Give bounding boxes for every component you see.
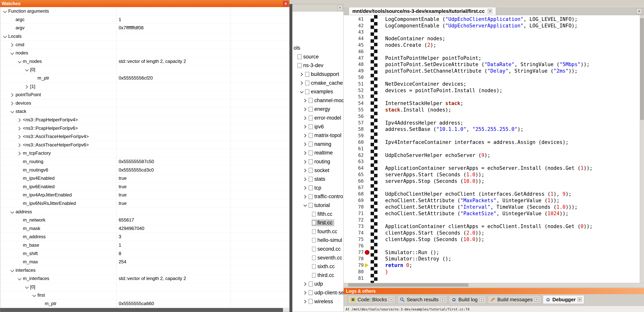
scrollbar-thumb[interactable] [640, 18, 644, 120]
tree-item[interactable]: socket [292, 166, 344, 175]
breakpoint-margin[interactable] [366, 81, 371, 87]
tree-item[interactable]: ns-3-dev [292, 61, 344, 70]
watch-row[interactable]: <ns3::AsciiTraceHelperForIpv4> [0, 133, 289, 141]
breakpoint-margin[interactable] [366, 113, 371, 120]
chevron-down-icon[interactable] [10, 210, 16, 214]
chevron-right-icon[interactable] [24, 84, 30, 89]
tree-item[interactable]: realtime [292, 149, 344, 157]
breakpoint-margin[interactable] [366, 210, 371, 217]
watch-row[interactable]: m_routingv60x5555555cd3c0 [0, 166, 289, 174]
chevron-right-icon[interactable] [303, 177, 308, 181]
close-tab-icon[interactable]: × [440, 298, 445, 302]
tree-item[interactable]: udp-client-ser [292, 289, 344, 297]
watch-row[interactable]: [1] [0, 82, 289, 91]
breakpoint-margin[interactable] [366, 152, 371, 158]
breakpoint-margin[interactable] [366, 236, 371, 243]
tree-item[interactable]: tcp [292, 184, 344, 192]
logs-tab-code-blocks[interactable]: Code::Blocks× [348, 295, 396, 304]
breakpoint-icon[interactable] [365, 250, 370, 255]
watch-row[interactable]: nodes [0, 49, 289, 57]
chevron-right-icon[interactable] [303, 186, 308, 190]
breakpoint-margin[interactable] [366, 255, 371, 262]
logs-tab-debugger[interactable]: Debugger× [543, 295, 584, 304]
chevron-down-icon[interactable] [17, 59, 23, 63]
breakpoint-margin[interactable] [366, 165, 371, 171]
tree-item[interactable]: wireless [292, 297, 344, 306]
chevron-right-icon[interactable] [303, 98, 308, 103]
watch-row[interactable]: m_nodesstd::vector of length 2, capacity… [0, 57, 289, 66]
chevron-right-icon[interactable] [303, 160, 308, 164]
chevron-right-icon[interactable] [10, 101, 16, 105]
chevron-down-icon[interactable] [10, 268, 16, 272]
breakpoint-margin[interactable] [366, 146, 371, 152]
projects-vertical-scrollbar[interactable] [290, 4, 292, 312]
chevron-right-icon[interactable] [17, 143, 23, 147]
chevron-down-icon[interactable] [10, 51, 16, 55]
chevron-right-icon[interactable] [303, 168, 308, 172]
breakpoint-margin[interactable] [366, 35, 371, 42]
tree-item[interactable]: traffic-contro [292, 192, 344, 201]
chevron-right-icon[interactable] [17, 118, 23, 122]
tree-item[interactable]: energy [292, 105, 344, 114]
watch-row[interactable]: <ns3::AsciiTraceHelperForIpv6> [0, 141, 289, 149]
watch-row[interactable]: <ns3::PcapHelperForIpv4> [0, 116, 289, 124]
watch-row[interactable]: m_ptr0x55555556cf20 [0, 74, 289, 82]
chevron-right-icon[interactable] [303, 116, 308, 120]
tree-item[interactable]: tutorial [292, 201, 344, 210]
close-tab-icon[interactable]: × [578, 298, 582, 302]
breakpoint-margin[interactable] [366, 171, 371, 178]
breakpoint-margin[interactable] [366, 217, 371, 223]
chevron-right-icon[interactable] [303, 291, 308, 295]
code-editor[interactable]: 41LogComponentEnable ("UdpEchoClientAppl… [344, 15, 640, 283]
breakpoint-margin[interactable] [366, 158, 371, 165]
breakpoint-margin[interactable] [366, 133, 371, 139]
chevron-right-icon[interactable] [10, 93, 16, 97]
watch-row[interactable]: m_ipv4ArpJitterEnabledtrue [0, 191, 289, 199]
breakpoint-margin[interactable] [366, 191, 371, 197]
watch-row[interactable]: m_ptr0x5555555ca660 [0, 300, 289, 308]
tree-item[interactable]: examples [292, 87, 344, 96]
tree-item[interactable]: fifth.cc [292, 210, 344, 218]
chevron-down-icon[interactable] [24, 67, 30, 72]
logs-tab-build-log[interactable]: Build log× [449, 295, 486, 304]
watch-row[interactable]: Function arguments [0, 7, 289, 15]
breakpoint-margin[interactable] [366, 107, 371, 113]
logs-tab-build-messages[interactable]: Build messages× [488, 295, 541, 304]
tree-item[interactable]: second.cc [292, 245, 344, 254]
breakpoint-margin[interactable] [366, 16, 371, 22]
watch-row[interactable]: argc1 [0, 15, 289, 24]
breakpoint-margin[interactable] [366, 48, 371, 55]
close-icon[interactable]: × [283, 1, 288, 6]
breakpoint-margin[interactable] [366, 249, 371, 256]
breakpoint-margin[interactable] [366, 230, 371, 236]
chevron-right-icon[interactable] [303, 299, 308, 304]
breakpoint-margin[interactable] [366, 29, 371, 35]
breakpoint-margin[interactable] [366, 275, 371, 282]
chevron-right-icon[interactable] [303, 133, 308, 138]
breakpoint-margin[interactable] [366, 184, 371, 191]
breakpoint-margin[interactable] [366, 61, 371, 68]
watch-row[interactable]: m_max254 [0, 258, 289, 266]
chevron-right-icon[interactable] [303, 107, 308, 111]
watch-row[interactable]: m_network655617 [0, 216, 289, 224]
watch-row[interactable]: first [0, 291, 289, 300]
watch-row[interactable]: [0] [0, 66, 289, 74]
chevron-right-icon[interactable] [303, 194, 308, 199]
chevron-down-icon[interactable] [2, 9, 8, 13]
breakpoint-margin[interactable] [366, 55, 371, 61]
watches-horizontal-scrollbar[interactable] [0, 308, 289, 312]
watch-row[interactable]: devices [0, 99, 289, 108]
breakpoint-margin[interactable] [366, 269, 371, 275]
breakpoint-margin[interactable] [366, 223, 371, 230]
watch-row[interactable]: m_tcpFactory [0, 149, 289, 157]
tree-item[interactable]: source [292, 52, 344, 61]
watch-row[interactable]: m_ipv4Enabledtrue [0, 174, 289, 183]
scrollbar-thumb[interactable] [348, 284, 468, 287]
tree-item[interactable]: cmake_cache [292, 79, 344, 87]
editor-tab-first-cc[interactable]: mnt/dev/tools/source/ns-3-dev/examples/t… [349, 7, 496, 15]
watch-row[interactable]: cmd [0, 40, 289, 49]
breakpoint-margin[interactable] [366, 87, 371, 94]
breakpoint-margin[interactable] [366, 42, 371, 48]
tree-item[interactable]: matrix-topol [292, 131, 344, 140]
watch-row[interactable]: [0] [0, 283, 289, 291]
